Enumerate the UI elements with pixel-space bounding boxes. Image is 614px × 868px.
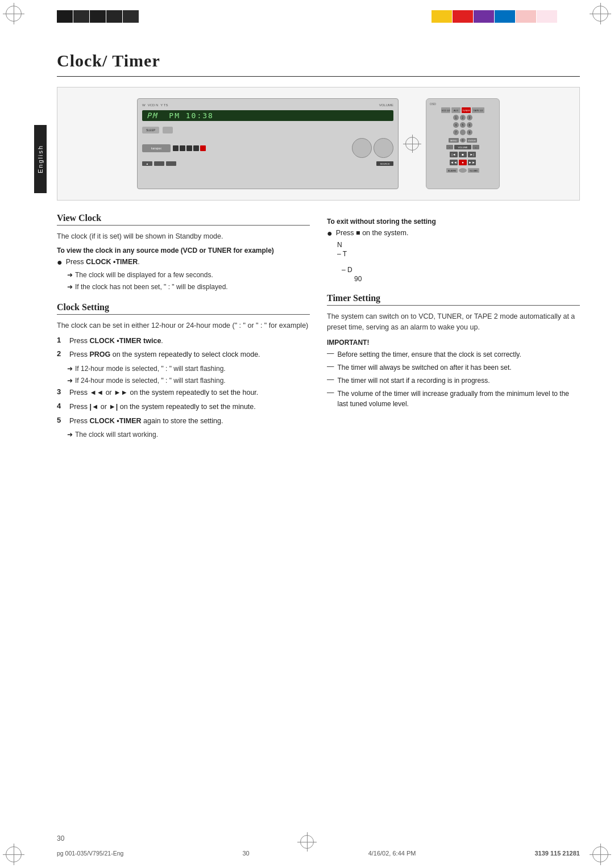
num-90: 90: [354, 275, 580, 283]
clock-step-2: 2 Press PROG on the system repeatedly to…: [57, 349, 310, 360]
timer-dash-4: — The volume of the timer will increase …: [327, 389, 580, 409]
title-divider: [57, 76, 580, 77]
step-num-4: 4: [57, 402, 65, 410]
footer-date: 4/16/02, 6:44 PM: [368, 850, 416, 857]
clock-step-3: 3 Press ◄◄ or ►► on the system repeatedl…: [57, 387, 310, 398]
step-5-text: Press CLOCK •TIMER again to store the se…: [69, 416, 310, 427]
clock-step-5: 5 Press CLOCK •TIMER again to store the …: [57, 416, 310, 427]
view-clock-arrow2: ➜ If the clock has not been set, " : " w…: [67, 282, 310, 292]
step-num-1: 1: [57, 336, 65, 344]
step2-arrow1: ➜ If 12-hour mode is selected, " : " wil…: [67, 364, 310, 374]
footer-right: 3139 115 21281: [534, 850, 580, 857]
bullet-dot-1: ●: [57, 257, 63, 268]
timer-setting-body: The system can switch on to VCD, TUNER, …: [327, 311, 580, 333]
arrow-icon-4: ➜: [67, 375, 73, 386]
page-title: Clock/ Timer: [57, 51, 580, 70]
step5-arrow: ➜ The clock will start working.: [67, 429, 310, 440]
exit-section: To exit without storing the setting ● Pr…: [327, 218, 580, 283]
arrow-icon-2: ➜: [67, 282, 73, 292]
reg-mark-top-left: [6, 6, 22, 22]
n-line: N: [337, 241, 580, 249]
view-clock-section: View Clock The clock (if it is set) will…: [57, 213, 310, 292]
timer-dash-2: — The timer will always be switched on a…: [327, 362, 580, 373]
page-number: 30: [57, 834, 64, 842]
t-line: – T: [337, 250, 580, 258]
dash-1: —: [327, 349, 334, 357]
two-column-layout: View Clock The clock (if it is set) will…: [57, 213, 580, 441]
reg-mark-bottom-left: [6, 846, 22, 862]
step5-arrow-text: The clock will start working.: [75, 429, 158, 440]
color-bars-top: [57, 10, 557, 23]
crosshair-bottom: [300, 835, 314, 849]
view-clock-title: View Clock: [57, 213, 310, 226]
view-clock-body: The clock (if it is set) will be shown i…: [57, 231, 310, 242]
right-column: To exit without storing the setting ● Pr…: [327, 213, 580, 441]
view-clock-arrow1: ➜ The clock will be displayed for a few …: [67, 270, 310, 280]
timer-dash-1: — Before setting the timer, ensure that …: [327, 349, 580, 360]
footer: pg 001-035/V795/21-Eng 30 4/16/02, 6:44 …: [57, 850, 580, 857]
clock-step-1: 1 Press CLOCK •TIMER twice.: [57, 336, 310, 347]
clock-setting-section: Clock Setting The clock can be set in ei…: [57, 302, 310, 440]
left-column: View Clock The clock (if it is set) will…: [57, 213, 310, 441]
dash-3: —: [327, 375, 334, 383]
exit-bullet: ● Press ■ on the system.: [327, 228, 580, 239]
view-clock-arrow1-text: The clock will be displayed for a few se…: [75, 270, 213, 280]
step-num-3: 3: [57, 387, 65, 396]
dash-4: —: [327, 389, 334, 397]
step2-arrow2-text: If 24-hour mode is selected, " : " will …: [75, 375, 226, 386]
view-clock-subheading: To view the clock in any source mode (VC…: [57, 247, 310, 254]
step-2-text: Press PROG on the system repeatedly to s…: [69, 349, 310, 360]
step-num-2: 2: [57, 349, 65, 358]
exit-heading: To exit without storing the setting: [327, 218, 580, 226]
dash-2: —: [327, 362, 334, 370]
timer-dash-3: — The timer will not start if a recordin…: [327, 375, 580, 386]
timer-dash-2-text: The timer will always be switched on aft…: [338, 362, 512, 373]
timer-dash-3-text: The timer will not start if a recording …: [338, 375, 490, 386]
display-time: PM 10:38: [169, 111, 214, 120]
device-image: WVCD NY TS VOLUME PM PM 10:38 SLEEP kara…: [57, 87, 580, 201]
clock-setting-title: Clock Setting: [57, 302, 310, 315]
step-num-5: 5: [57, 416, 65, 424]
timer-setting-section: Timer Setting The system can switch on t…: [327, 293, 580, 409]
main-content: Clock/ Timer WVCD NY TS VOLUME PM PM 10:…: [57, 34, 580, 834]
footer-left: pg 001-035/V795/21-Eng: [57, 850, 123, 857]
reg-mark-top-right: [592, 6, 608, 22]
step-3-text: Press ◄◄ or ►► on the system repeatedly …: [69, 387, 310, 398]
timer-dash-4-text: The volume of the timer will increase gr…: [338, 389, 580, 409]
step2-arrow1-text: If 12-hour mode is selected, " : " will …: [75, 364, 226, 374]
important-label: IMPORTANT!: [327, 339, 580, 347]
footer-center: 30: [242, 850, 249, 857]
step2-arrow2: ➜ If 24-hour mode is selected, " : " wil…: [67, 375, 310, 386]
d-line: – D: [342, 266, 580, 274]
timer-dash-1-text: Before setting the timer, ensure that th…: [338, 349, 521, 360]
language-tab: English: [34, 125, 47, 193]
bullet-dot-exit: ●: [327, 228, 333, 239]
clock-setting-body: The clock can be set in either 12-hour o…: [57, 320, 310, 331]
arrow-icon-5: ➜: [67, 429, 73, 440]
exit-bullet-text: Press ■ on the system.: [336, 228, 409, 239]
view-clock-bullet: ● Press CLOCK •TIMER.: [57, 257, 310, 268]
arrow-icon-3: ➜: [67, 364, 73, 374]
reg-mark-bottom-right: [592, 846, 608, 862]
clock-step-4: 4 Press |◄ or ►| on the system repeatedl…: [57, 402, 310, 412]
view-clock-bullet-text: Press CLOCK •TIMER.: [66, 257, 140, 268]
view-clock-arrow2-text: If the clock has not been set, " : " wil…: [75, 282, 228, 292]
step-4-text: Press |◄ or ►| on the system repeatedly …: [69, 402, 310, 412]
step-1-text: Press CLOCK •TIMER twice.: [69, 336, 310, 347]
timer-setting-title: Timer Setting: [327, 293, 580, 306]
arrow-icon-1: ➜: [67, 270, 73, 280]
